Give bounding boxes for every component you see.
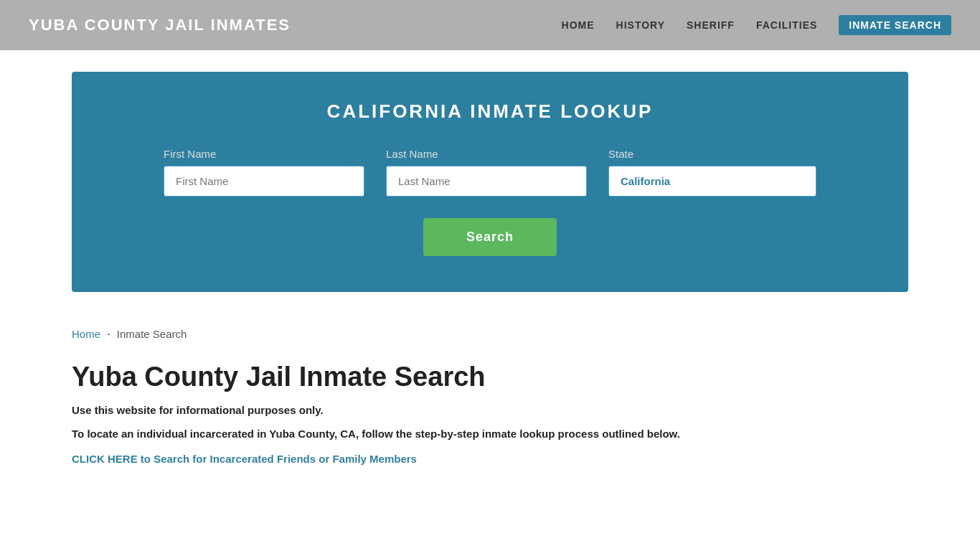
nav-inmate-search[interactable]: INMATE SEARCH: [839, 15, 951, 35]
first-name-label: First Name: [164, 148, 364, 160]
nav-history[interactable]: HISTORY: [616, 19, 665, 31]
state-group: State: [608, 148, 816, 197]
site-logo: YUBA COUNTY JAIL INMATES: [29, 16, 291, 34]
search-banner: CALIFORNIA INMATE LOOKUP First Name Last…: [72, 72, 908, 292]
breadcrumb-separator: •: [108, 331, 110, 337]
header: YUBA COUNTY JAIL INMATES HOME HISTORY SH…: [0, 0, 980, 50]
search-btn-row: Search: [115, 218, 865, 256]
header-nav: HOME HISTORY SHERIFF FACILITIES INMATE S…: [562, 15, 951, 35]
search-button[interactable]: Search: [423, 218, 557, 256]
main-content: Home • Inmate Search Yuba County Jail In…: [0, 314, 980, 494]
page-body: To locate an individual incarcerated in …: [72, 426, 908, 443]
first-name-input[interactable]: [164, 166, 364, 197]
first-name-group: First Name: [164, 148, 364, 197]
nav-facilities[interactable]: FACILITIES: [756, 19, 817, 31]
last-name-label: Last Name: [386, 148, 587, 160]
last-name-group: Last Name: [386, 148, 587, 197]
nav-home[interactable]: HOME: [562, 19, 595, 31]
state-input[interactable]: [608, 166, 816, 197]
banner-title: CALIFORNIA INMATE LOOKUP: [115, 100, 865, 123]
page-subtitle: Use this website for informational purpo…: [72, 404, 908, 416]
search-form-row: First Name Last Name State: [115, 148, 865, 197]
search-link[interactable]: CLICK HERE to Search for Incarcerated Fr…: [72, 453, 417, 465]
breadcrumb-home[interactable]: Home: [72, 328, 100, 340]
breadcrumb-current: Inmate Search: [117, 328, 187, 340]
last-name-input[interactable]: [386, 166, 587, 197]
state-label: State: [608, 148, 816, 160]
nav-sheriff[interactable]: SHERIFF: [687, 19, 735, 31]
page-title: Yuba County Jail Inmate Search: [72, 362, 908, 392]
breadcrumb: Home • Inmate Search: [72, 328, 908, 340]
